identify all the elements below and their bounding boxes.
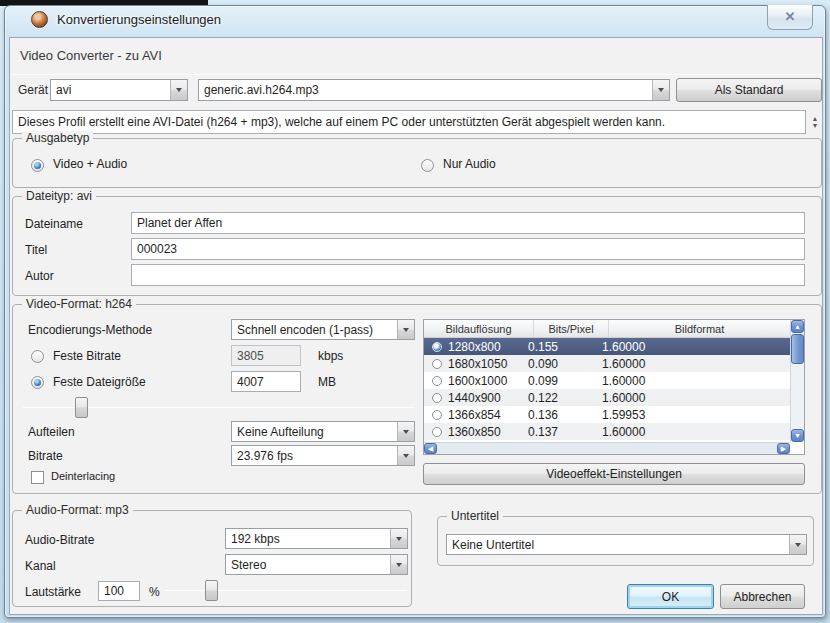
channel-value: Stereo [226, 558, 390, 572]
table-row[interactable]: 1360x8500.1371.60000 [424, 423, 790, 440]
volume-unit: % [149, 585, 160, 599]
audio-format-group: Audio-Format: mp3 Audio-Bitrate 192 kbps… [12, 510, 412, 607]
scroll-right-icon[interactable]: ▶ [777, 443, 790, 454]
row-radio[interactable] [432, 427, 442, 437]
resolution-table: Bildauflösung Bits/Pixel Bildformat 1280… [423, 319, 805, 455]
chevron-down-icon[interactable] [652, 80, 669, 100]
audio-bitrate-value: 192 kbps [226, 532, 390, 546]
audio-bitrate-dropdown[interactable]: 192 kbps [225, 528, 408, 549]
col-header-format[interactable]: Bildformat [609, 320, 790, 337]
chevron-down-icon[interactable] [789, 535, 806, 554]
output-type-legend: Ausgabetyp [22, 131, 93, 145]
row-radio[interactable] [432, 410, 442, 420]
table-row[interactable]: 1440x9000.1221.60000 [424, 389, 790, 406]
author-input[interactable] [131, 264, 805, 286]
split-value: Keine Aufteilung [232, 425, 397, 439]
description-spinner[interactable]: ▲ ▼ [807, 110, 823, 134]
scroll-up-icon[interactable]: ▲ [791, 320, 804, 333]
radio-fixed-filesize[interactable] [31, 376, 44, 389]
radio-video-audio[interactable] [31, 159, 44, 172]
vertical-scrollbar[interactable]: ▲ ▼ [790, 320, 804, 442]
author-label: Autor [25, 269, 54, 283]
dialog-window: Konvertierungseinstellungen ✕ Video Conv… [4, 5, 826, 618]
chevron-down-icon[interactable] [397, 320, 414, 339]
slider-thumb[interactable] [75, 397, 88, 418]
channel-label: Kanal [25, 559, 56, 573]
profile-description-field[interactable] [12, 110, 806, 134]
output-type-group: Ausgabetyp Video + Audio Nur Audio [12, 138, 822, 188]
spinner-down-icon[interactable]: ▼ [812, 123, 819, 129]
framerate-label: Bitrate [28, 449, 63, 463]
file-type-group: Dateityp: avi Dateiname Titel Autor [12, 196, 822, 296]
row-radio[interactable] [432, 359, 442, 369]
radio-audio-only-label: Nur Audio [443, 157, 496, 171]
title-label: Titel [25, 243, 47, 257]
app-icon [31, 11, 48, 28]
deinterlacing-label: Deinterlacing [51, 470, 115, 482]
fixed-filesize-unit: MB [318, 375, 336, 389]
profile-dropdown[interactable]: generic.avi.h264.mp3 [198, 79, 670, 101]
row-radio[interactable] [432, 342, 442, 352]
als-standard-button[interactable]: Als Standard [676, 78, 822, 102]
resolution-table-body: 1280x8000.1551.600001680x10500.0901.6000… [424, 338, 790, 442]
table-row[interactable]: 1280x8000.1551.60000 [424, 338, 790, 355]
table-row[interactable]: 1366x8540.1361.59953 [424, 406, 790, 423]
chevron-down-icon[interactable] [170, 80, 187, 100]
radio-video-audio-label: Video + Audio [53, 157, 127, 171]
ok-button[interactable]: OK [627, 584, 714, 609]
col-header-resolution[interactable]: Bildauflösung [424, 320, 534, 337]
vertical-scroll-thumb[interactable] [791, 334, 804, 364]
chevron-down-icon[interactable] [390, 555, 407, 574]
title-bar[interactable]: Konvertierungseinstellungen ✕ [5, 6, 825, 33]
deinterlacing-checkbox[interactable] [31, 471, 44, 484]
table-row[interactable]: 1600x10000.0991.60000 [424, 372, 790, 389]
table-cell: 1.60000 [602, 374, 790, 388]
spinner-up-icon[interactable]: ▲ [812, 116, 819, 122]
device-label: Gerät [18, 83, 48, 97]
scroll-left-icon[interactable]: ◀ [424, 443, 437, 454]
horizontal-scrollbar[interactable]: ◀ ▶ [424, 442, 790, 454]
slider-thumb[interactable] [205, 580, 218, 601]
chevron-down-icon[interactable] [397, 422, 414, 441]
separator [11, 74, 821, 75]
subtitles-dropdown[interactable]: Keine Untertitel [446, 534, 807, 555]
table-row[interactable]: 1680x10500.0901.60000 [424, 355, 790, 372]
volume-slider[interactable] [165, 580, 407, 602]
col-header-bits-pixel[interactable]: Bits/Pixel [534, 320, 609, 337]
chevron-down-icon[interactable] [390, 529, 407, 548]
table-cell: 0.099 [528, 374, 602, 388]
subtitles-legend: Untertitel [447, 509, 503, 523]
fixed-bitrate-input [231, 345, 301, 366]
split-dropdown[interactable]: Keine Aufteilung [231, 421, 415, 442]
scroll-down-icon[interactable]: ▼ [791, 429, 804, 442]
framerate-dropdown[interactable]: 23.976 fps [231, 445, 415, 466]
resolution-table-header: Bildauflösung Bits/Pixel Bildformat [424, 320, 790, 338]
encoding-method-value: Schnell encoden (1-pass) [232, 323, 397, 337]
title-input[interactable] [131, 238, 805, 260]
device-dropdown[interactable]: avi [50, 79, 188, 101]
table-cell: 0.122 [528, 391, 602, 405]
chevron-down-icon[interactable] [397, 446, 414, 465]
cancel-button[interactable]: Abbrechen [720, 584, 805, 609]
fixed-filesize-input[interactable] [231, 371, 301, 392]
filesize-slider[interactable] [23, 397, 415, 419]
audio-bitrate-label: Audio-Bitrate [25, 533, 94, 547]
filename-input[interactable] [131, 212, 805, 234]
volume-input[interactable] [98, 581, 140, 601]
file-type-legend: Dateityp: avi [22, 189, 96, 203]
encoding-method-dropdown[interactable]: Schnell encoden (1-pass) [231, 319, 415, 340]
close-button[interactable]: ✕ [767, 5, 813, 30]
fixed-bitrate-label: Feste Bitrate [53, 349, 121, 363]
radio-audio-only[interactable] [421, 159, 434, 172]
row-radio[interactable] [432, 393, 442, 403]
videoeffect-settings-button[interactable]: Videoeffekt-Einstellungen [423, 463, 805, 485]
channel-dropdown[interactable]: Stereo [225, 554, 408, 575]
radio-fixed-bitrate[interactable] [31, 350, 44, 363]
row-radio[interactable] [432, 376, 442, 386]
table-cell: 1680x1050 [448, 357, 528, 371]
table-cell: 1.60000 [602, 425, 790, 439]
table-cell: 1.60000 [602, 391, 790, 405]
table-cell: 0.137 [528, 425, 602, 439]
video-format-group: Video-Format: h264 Encodierungs-Methode … [12, 304, 822, 494]
fixed-bitrate-unit: kbps [318, 349, 343, 363]
